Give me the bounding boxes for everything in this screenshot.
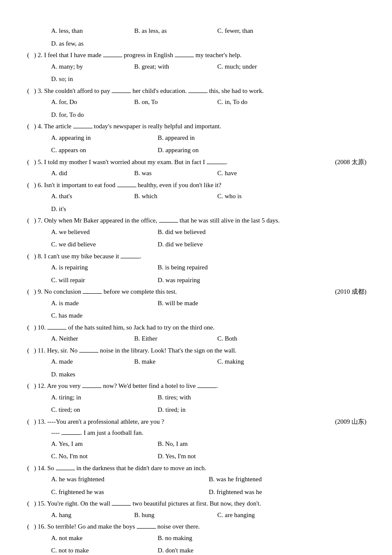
q12-paren: ( xyxy=(26,381,32,392)
q11-blank1 xyxy=(79,352,98,353)
q12-option-d: D. tired; in xyxy=(158,405,264,416)
q6-content: ) 6. Isn't it important to eat food heal… xyxy=(32,180,366,191)
q9-option-b: B. will be made xyxy=(158,298,264,309)
q5-content: ) 5. I told my mother I wasn't worried a… xyxy=(32,157,366,168)
q7-content: ) 7. Only when Mr Baker appeared in the … xyxy=(32,215,366,226)
q1-options: A. less, than B. as less, as C. fewer, t… xyxy=(51,26,366,49)
q2-option-c: C. much; under xyxy=(217,61,300,72)
q5-option-a: A. did xyxy=(51,168,134,179)
q13-content: ) 13. ----You aren't a professional athl… xyxy=(32,416,366,428)
q5-paren: ( xyxy=(26,157,32,168)
question-4: ( ) 4. The article today's newspaper is … xyxy=(26,121,366,156)
q6-blank1 xyxy=(117,187,136,187)
q15-options: A. hang B. hung C. are hanging xyxy=(51,510,366,521)
q6-option-c: C. who is xyxy=(217,191,300,202)
q2-text: ) 2. I feel that I have made progress in… xyxy=(32,52,242,58)
q9-note: (2010 成都) xyxy=(335,286,366,298)
question-12: ( ) 12. Are you very now? We'd better fi… xyxy=(26,381,366,416)
q13-option-d: D. Yes, I'm not xyxy=(158,451,264,462)
q13-text: ) 13. ----You aren't a professional athl… xyxy=(32,418,164,425)
q15-option-c: C. are hanging xyxy=(217,510,300,521)
q10-options: A. Neither B. Either C. Both xyxy=(51,333,366,344)
q14-text: ) 14. So in the darkness that he didn't … xyxy=(32,465,206,471)
q2-blank1 xyxy=(103,57,122,57)
q2-option-d: D. so; in xyxy=(51,74,134,85)
q16-option-b: B. no making xyxy=(158,533,264,544)
q2-blank2 xyxy=(175,57,194,57)
q10-option-b: B. Either xyxy=(134,333,217,344)
q12-blank1 xyxy=(82,387,101,388)
q16-content: ) 16. So terrible! Go and make the boys … xyxy=(32,521,366,532)
q13-paren: ( xyxy=(26,416,32,428)
question-2: ( ) 2. I feel that I have made progress … xyxy=(26,50,366,85)
q9-text: ) 9. No conclusion before we complete th… xyxy=(32,288,177,295)
q16-text: ) 16. So terrible! Go and make the boys … xyxy=(32,523,200,530)
q15-blank1 xyxy=(112,505,131,506)
q2-option-b: B. great; with xyxy=(134,61,217,72)
q14-option-d: D. frightened was he xyxy=(209,487,262,498)
q3-option-c: C. in, To do xyxy=(217,97,300,108)
q14-option-b: B. was he frightened xyxy=(209,474,262,485)
q9-blank1 xyxy=(83,293,102,294)
q13-text2: ---- . I am just a football fan. xyxy=(51,429,143,436)
q16-option-a: A. not make xyxy=(51,533,158,544)
q8-option-b: B. is being repaired xyxy=(158,262,264,273)
q1-options-line: A. less, than B. as less, as C. fewer, t… xyxy=(26,26,366,49)
question-8: ( ) 8. I can't use my bike because it . … xyxy=(26,251,366,286)
q3-blank1 xyxy=(112,92,131,93)
q14-options-row1: A. he was frightened B. was he frightene… xyxy=(51,474,366,485)
q12-options: A. tiring; in B. tires; with C. tired; o… xyxy=(51,392,366,416)
q15-paren: ( xyxy=(26,498,32,509)
q3-option-b: B. on, To xyxy=(134,97,217,108)
q14-option-a: A. he was frightened xyxy=(51,474,209,485)
q10-content: ) 10. of the hats suited him, so Jack ha… xyxy=(32,322,366,333)
q4-option-a: A. appearing in xyxy=(51,133,158,144)
question-11: ( ) 11. Hey, sir. No noise in the librar… xyxy=(26,345,366,380)
q9-options: A. is made B. will be made C. has made xyxy=(51,298,366,321)
q14-content: ) 14. So in the darkness that he didn't … xyxy=(32,463,366,474)
q15-option-a: A. hang xyxy=(51,510,134,521)
q13-option-a: A. Yes, I am xyxy=(51,439,158,450)
q4-option-d: D. appearing on xyxy=(158,145,264,156)
q14-option-c: C. frightened he was xyxy=(51,487,209,498)
option-a1: A. less, than xyxy=(51,26,134,37)
question-14: ( ) 14. So in the darkness that he didn'… xyxy=(26,463,366,498)
q8-text: ) 8. I can't use my bike because it . xyxy=(32,253,141,260)
q4-option-b: B. appeared in xyxy=(158,133,264,144)
q5-option-c: C. have xyxy=(217,168,300,179)
question-10: ( ) 10. of the hats suited him, so Jack … xyxy=(26,322,366,344)
q7-option-c: C. we did believe xyxy=(51,239,158,250)
q5-blank1 xyxy=(207,164,226,164)
q4-text: ) 4. The article today's newspaper is re… xyxy=(32,123,221,130)
q16-option-d: D. don't make xyxy=(158,545,264,555)
q3-content: ) 3. She couldn't afford to pay her chil… xyxy=(32,86,366,97)
q13-text2-line: ---- . I am just a football fan. xyxy=(51,428,366,439)
q10-option-c: C. Both xyxy=(217,333,300,344)
q11-option-a: A. made xyxy=(51,356,134,367)
q9-content: ) 9. No conclusion before we complete th… xyxy=(32,286,366,298)
q12-blank2 xyxy=(197,387,216,388)
q4-content: ) 4. The article today's newspaper is re… xyxy=(32,121,366,132)
q9-option-a: A. is made xyxy=(51,298,158,309)
q10-paren: ( xyxy=(26,322,32,333)
q7-option-b: B. did we believed xyxy=(158,227,264,238)
q3-options: A. for, Do B. on, To C. in, To do D. for… xyxy=(51,97,366,120)
option-b1: B. as less, as xyxy=(134,26,217,37)
q4-blank1 xyxy=(73,128,92,128)
question-9: ( ) 9. No conclusion before we complete … xyxy=(26,286,366,321)
q11-text: ) 11. Hey, sir. No noise in the library.… xyxy=(32,347,236,354)
q5-options: A. did B. was C. have xyxy=(51,168,366,179)
q10-text: ) 10. of the hats suited him, so Jack ha… xyxy=(32,324,214,331)
q9-option-c: C. has made xyxy=(51,310,158,321)
q8-blank1 xyxy=(121,258,140,258)
q8-options: A. is repairing B. is being repaired C. … xyxy=(51,262,366,286)
q11-option-d: D. makes xyxy=(51,369,134,380)
q13-options: A. Yes, I am B. No, I am C. No, I'm not … xyxy=(51,439,366,462)
q10-blank1 xyxy=(47,329,66,330)
q11-paren: ( xyxy=(26,345,32,356)
option-d1: D. as few, as xyxy=(51,38,134,49)
q14-paren: ( xyxy=(26,463,32,474)
question-6: ( ) 6. Isn't it important to eat food he… xyxy=(26,180,366,215)
q7-option-a: A. we believed xyxy=(51,227,158,238)
q4-options: A. appearing in B. appeared in C. appear… xyxy=(51,133,366,156)
